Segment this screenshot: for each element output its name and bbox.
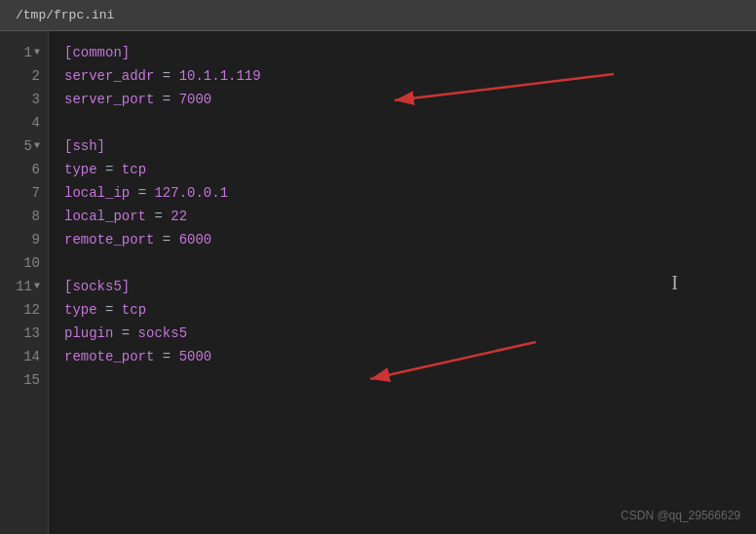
code-line-1: [common]	[64, 41, 740, 64]
line-number-12: 12	[0, 298, 48, 322]
line-number-3: 3	[0, 88, 48, 111]
code-line-8: local_port = 22	[64, 205, 740, 228]
code-line-9: remote_port = 6000	[64, 228, 740, 251]
code-line-10	[64, 251, 740, 275]
line-number-7: 7	[0, 181, 48, 205]
file-path: /tmp/frpc.ini	[16, 8, 114, 22]
line-number-10: 10	[0, 251, 48, 275]
code-line-15	[64, 368, 740, 392]
line-number-6: 6	[0, 158, 48, 181]
title-bar: /tmp/frpc.ini	[0, 0, 756, 31]
watermark: CSDN @qq_29566629	[621, 509, 740, 522]
line-number-15: 15	[0, 368, 48, 392]
code-line-2: server_addr = 10.1.1.119	[64, 64, 740, 88]
code-line-11: [socks5]	[64, 275, 740, 298]
line-number-2: 2	[0, 64, 48, 88]
line-number-8: 8	[0, 205, 48, 228]
code-line-6: type = tcp	[64, 158, 740, 181]
code-line-13: plugin = socks5	[64, 322, 740, 345]
code-line-7: local_ip = 127.0.0.1	[64, 181, 740, 205]
line-number-4: 4	[0, 111, 48, 134]
editor-window: /tmp/frpc.ini 1 ▼2345 ▼67891011 ▼1213141…	[0, 0, 756, 534]
line-number-13: 13	[0, 322, 48, 345]
line-number-14: 14	[0, 345, 48, 368]
code-content[interactable]: [common]server_addr = 10.1.1.119server_p…	[49, 31, 756, 534]
editor-area: 1 ▼2345 ▼67891011 ▼12131415 [common]serv…	[0, 31, 756, 534]
code-line-5: [ssh]	[64, 134, 740, 158]
line-number-5: 5 ▼	[0, 134, 48, 158]
code-line-12: type = tcp	[64, 298, 740, 322]
line-number-1: 1 ▼	[0, 41, 48, 64]
line-number-9: 9	[0, 228, 48, 251]
code-line-14: remote_port = 5000	[64, 345, 740, 368]
code-line-3: server_port = 7000	[64, 88, 740, 111]
line-numbers: 1 ▼2345 ▼67891011 ▼12131415	[0, 31, 49, 534]
line-number-11: 11 ▼	[0, 275, 48, 298]
code-line-4	[64, 111, 740, 134]
